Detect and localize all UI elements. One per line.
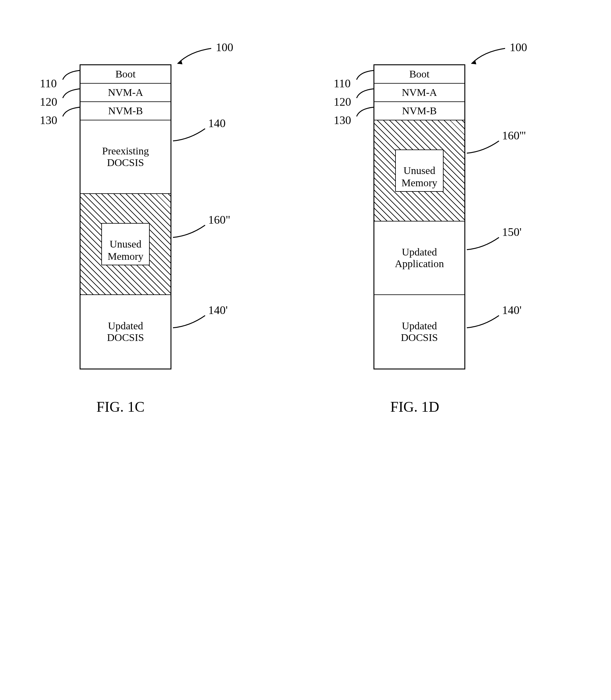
svg-marker-1	[472, 60, 476, 64]
label-box-unused-c: Unused Memory	[101, 223, 149, 265]
block-preexisting-docsis-c: Preexisting DOCSIS	[80, 120, 170, 194]
lead-130-c	[61, 106, 83, 118]
label-box-unused-d: Unused Memory	[395, 149, 443, 191]
lead-140p-c	[172, 314, 208, 332]
block-updated-docsis-d: Updated DOCSIS	[374, 295, 464, 368]
ref-150-d: 150'	[502, 225, 522, 239]
label-unused-memory-d: Unused Memory	[401, 165, 437, 188]
label-updated-docsis-c: Updated DOCSIS	[107, 320, 144, 344]
label-nvma-d: NVM-A	[402, 87, 437, 98]
svg-marker-0	[178, 60, 182, 64]
ref-110-c: 110	[40, 77, 57, 90]
ref-100-d: 100	[510, 41, 527, 54]
block-nvmb-c: NVM-B	[80, 102, 170, 120]
label-nvma-c: NVM-A	[108, 87, 143, 98]
figure-1c: 100 Boot NVM-A NVM-B Preexisting DOCSIS …	[79, 64, 172, 369]
block-unused-memory-d: Unused Memory	[374, 120, 464, 221]
block-nvma-c: NVM-A	[80, 84, 170, 102]
arrow-top-ref-d	[468, 45, 511, 70]
lead-160-c	[172, 224, 208, 242]
ref-100-c: 100	[216, 41, 233, 54]
ref-110-d: 110	[334, 77, 351, 90]
lead-110-d	[355, 69, 376, 81]
ref-160-c: 160"	[208, 213, 230, 227]
lead-140p-d	[465, 314, 502, 332]
lead-140-c	[172, 127, 208, 146]
block-nvmb-d: NVM-B	[374, 102, 464, 120]
ref-160-d: 160'''	[502, 129, 526, 142]
ref-130-d: 130	[334, 113, 351, 127]
label-nvmb-c: NVM-B	[108, 105, 143, 117]
lead-120-c	[61, 87, 83, 100]
label-updated-docsis-d: Updated DOCSIS	[401, 320, 438, 344]
label-updated-application-d: Updated Application	[395, 246, 444, 269]
lead-120-d	[355, 87, 376, 100]
arrow-top-ref-c	[175, 45, 217, 70]
lead-110-c	[61, 69, 83, 81]
ref-140-c: 140	[208, 116, 226, 130]
ref-140p-c: 140'	[208, 303, 228, 317]
ref-120-d: 120	[334, 95, 351, 108]
memory-stack-d: Boot NVM-A NVM-B Unused Memory Updated A…	[373, 64, 465, 369]
ref-140p-d: 140'	[502, 303, 522, 317]
ref-120-c: 120	[40, 95, 57, 108]
lead-130-d	[355, 106, 376, 118]
caption-1c: FIG. 1C	[96, 398, 145, 415]
lead-150-d	[465, 236, 502, 254]
block-updated-application-d: Updated Application	[374, 221, 464, 295]
ref-130-c: 130	[40, 113, 57, 127]
block-boot-c: Boot	[80, 65, 170, 84]
lead-160-d	[465, 140, 502, 158]
block-boot-d: Boot	[374, 65, 464, 84]
label-unused-memory-c: Unused Memory	[107, 238, 143, 262]
figure-1d: 100 Boot NVM-A NVM-B Unused Memory Updat…	[373, 64, 465, 369]
label-preexisting-docsis-c: Preexisting DOCSIS	[102, 145, 149, 169]
label-nvmb-d: NVM-B	[402, 105, 436, 117]
label-boot-d: Boot	[409, 68, 430, 80]
block-nvma-d: NVM-A	[374, 84, 464, 102]
label-boot-c: Boot	[115, 68, 136, 80]
block-updated-docsis-c: Updated DOCSIS	[80, 295, 170, 368]
caption-1d: FIG. 1D	[390, 398, 439, 415]
memory-stack-c: Boot NVM-A NVM-B Preexisting DOCSIS Unus…	[79, 64, 172, 369]
block-unused-memory-c: Unused Memory	[80, 194, 170, 295]
